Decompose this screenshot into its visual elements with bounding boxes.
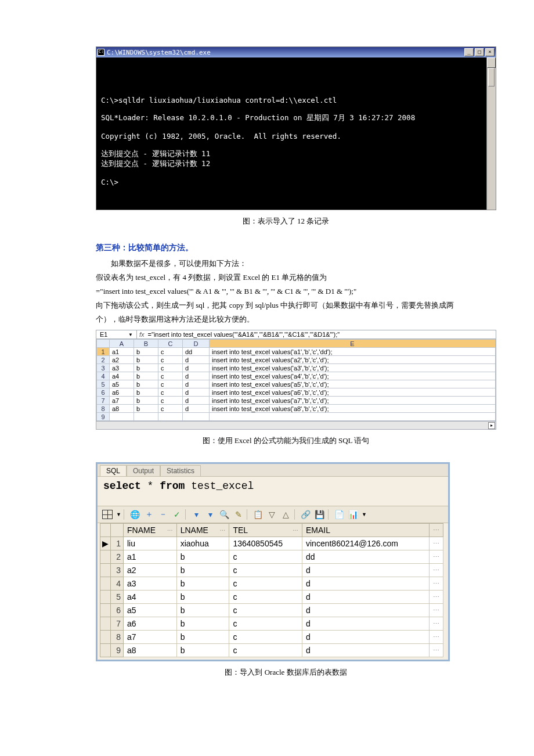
excel-row[interactable]: 1a1bcddinsert into test_excel values('a1…	[97, 348, 496, 356]
dropdown-icon[interactable]: ▼	[116, 512, 121, 517]
cell-fname[interactable]: a2	[124, 564, 177, 577]
row-marker[interactable]	[100, 577, 111, 591]
excel-cell[interactable]: c	[158, 348, 183, 356]
tab-statistics[interactable]: Statistics	[160, 465, 201, 476]
col-menu-icon[interactable]: …	[167, 525, 173, 532]
excel-cell[interactable]: d	[183, 380, 210, 388]
cell-fname[interactable]: a4	[124, 591, 177, 604]
excel-cell[interactable]: a5	[110, 380, 134, 388]
excel-cell[interactable]: insert into test_excel values('a2','b','…	[210, 356, 496, 364]
globe-icon[interactable]: 🌐	[129, 509, 141, 520]
cell-more[interactable]: ⋯	[430, 550, 443, 564]
excel-row[interactable]: 4a4bcdinsert into test_excel values('a4'…	[97, 372, 496, 380]
cell-more[interactable]: ⋯	[430, 644, 443, 657]
excel-row[interactable]: 5a5bcdinsert into test_excel values('a5'…	[97, 380, 496, 388]
cell-fname[interactable]: a8	[124, 644, 177, 657]
excel-namebox[interactable]: E1 ▼	[96, 330, 137, 339]
dropdown-icon[interactable]: ▼	[362, 512, 367, 517]
excel-cell[interactable]: dd	[183, 348, 210, 356]
cell-lname[interactable]: b	[176, 591, 229, 604]
cell-email[interactable]: d	[302, 591, 429, 604]
cell-tel[interactable]: c	[229, 617, 302, 631]
cell-lname[interactable]: b	[176, 564, 229, 577]
add-row-icon[interactable]: ＋	[143, 509, 155, 520]
copy-icon[interactable]: 📋	[252, 509, 264, 520]
export-doc-icon[interactable]: 📄	[334, 509, 345, 520]
excel-row[interactable]: 3a3bcdinsert into test_excel values('a3'…	[97, 364, 496, 372]
cell-fname[interactable]: a5	[124, 604, 177, 617]
excel-colhdr-c[interactable]: C	[158, 340, 183, 348]
excel-row[interactable]: 8a8bcdinsert into test_excel values('a8'…	[97, 405, 496, 413]
cell-tel[interactable]: c	[229, 604, 302, 617]
col-menu-icon[interactable]: …	[219, 525, 225, 532]
col-email[interactable]: EMAIL	[302, 524, 429, 537]
maximize-button[interactable]: □	[475, 48, 484, 56]
link-icon[interactable]: 🔗	[300, 509, 312, 520]
scroll-up-icon[interactable]: △	[280, 509, 292, 520]
excel-colhdr-e[interactable]: E	[210, 340, 496, 348]
excel-cell[interactable]: a1	[110, 348, 134, 356]
cell-fname[interactable]: liu	[124, 537, 177, 550]
grid-row[interactable]: ▶1liuxiaohua13640850545vincent860214@126…	[100, 537, 443, 550]
cell-lname[interactable]: b	[176, 604, 229, 617]
cell-more[interactable]: ⋯	[430, 604, 443, 617]
cell-lname[interactable]: b	[176, 550, 229, 564]
close-button[interactable]: ×	[485, 48, 495, 56]
cell-more[interactable]: ⋯	[430, 631, 443, 644]
cell-fname[interactable]: a1	[124, 550, 177, 564]
grid-row[interactable]: 6a5bcd⋯	[100, 604, 443, 617]
cell-more[interactable]: ⋯	[430, 577, 443, 591]
row-marker[interactable]: ▶	[100, 537, 111, 550]
grid-row[interactable]: 9a8bcd⋯	[100, 644, 443, 657]
col-menu-icon[interactable]: …	[293, 525, 298, 532]
grid-row[interactable]: 5a4bcd⋯	[100, 591, 443, 604]
excel-formula-value[interactable]: ="insert into test_excel values('"&A1&"'…	[148, 331, 340, 338]
excel-rowhdr[interactable]: 3	[97, 364, 110, 372]
excel-rowhdr[interactable]: 9	[97, 413, 110, 421]
cell-tel[interactable]: c	[229, 631, 302, 644]
cell-email[interactable]: vincent860214@126.com	[302, 537, 429, 550]
excel-cell[interactable]: insert into test_excel values('a5','b','…	[210, 380, 496, 388]
cell-lname[interactable]: b	[176, 577, 229, 591]
cell-more[interactable]: ⋯	[430, 617, 443, 631]
cell-lname[interactable]: xiaohua	[176, 537, 229, 550]
excel-cell[interactable]: a8	[110, 405, 134, 413]
excel-row[interactable]: 2a2bcdinsert into test_excel values('a2'…	[97, 356, 496, 364]
row-marker[interactable]	[100, 550, 111, 564]
excel-rowhdr[interactable]: 5	[97, 380, 110, 388]
cell-more[interactable]: ⋯	[430, 591, 443, 604]
cell-tel[interactable]: c	[229, 644, 302, 657]
grid-row[interactable]: 8a7bcd⋯	[100, 631, 443, 644]
excel-grid[interactable]: A B C D E 1a1bcddinsert into test_excel …	[96, 339, 496, 421]
commit-icon[interactable]: ✓	[171, 509, 183, 520]
col-fname[interactable]: FNAME…	[124, 524, 177, 537]
excel-cell[interactable]: b	[134, 356, 158, 364]
excel-cell[interactable]: insert into test_excel values('a8','b','…	[210, 405, 496, 413]
cell-more[interactable]: ⋯	[430, 564, 443, 577]
excel-sheet-tabs[interactable]: ▸	[96, 421, 496, 429]
cell-tel[interactable]: c	[229, 577, 302, 591]
grid-icon[interactable]	[101, 509, 114, 520]
excel-cell[interactable]: b	[134, 405, 158, 413]
excel-cell[interactable]: c	[158, 397, 183, 405]
excel-cell[interactable]: d	[183, 397, 210, 405]
excel-cell[interactable]: d	[183, 364, 210, 372]
chart-icon[interactable]: 📊	[348, 509, 359, 520]
grid-row[interactable]: 3a2bcd⋯	[100, 564, 443, 577]
cmd-titlebar[interactable]: C:\WINDOWS\system32\cmd.exe _ □ ×	[96, 47, 496, 57]
excel-cell[interactable]: a2	[110, 356, 134, 364]
row-marker[interactable]	[100, 564, 111, 577]
filter2-icon[interactable]: ▾	[205, 509, 217, 520]
excel-tab-end-icon[interactable]: ▸	[488, 422, 495, 429]
find-icon[interactable]: 🔍	[219, 509, 230, 520]
excel-cell[interactable]: insert into test_excel values('a6','b','…	[210, 388, 496, 397]
excel-cell[interactable]: b	[134, 397, 158, 405]
cmd-body[interactable]: C:\>sqlldr liuxiaohua/liuxiaohua control…	[96, 57, 496, 210]
cell-lname[interactable]: b	[176, 617, 229, 631]
excel-rowhdr[interactable]: 1	[97, 348, 110, 356]
row-marker[interactable]	[100, 604, 111, 617]
cell-tel[interactable]: c	[229, 564, 302, 577]
excel-row[interactable]: 6a6bcdinsert into test_excel values('a6'…	[97, 388, 496, 397]
cell-fname[interactable]: a3	[124, 577, 177, 591]
excel-colhdr-a[interactable]: A	[110, 340, 134, 348]
